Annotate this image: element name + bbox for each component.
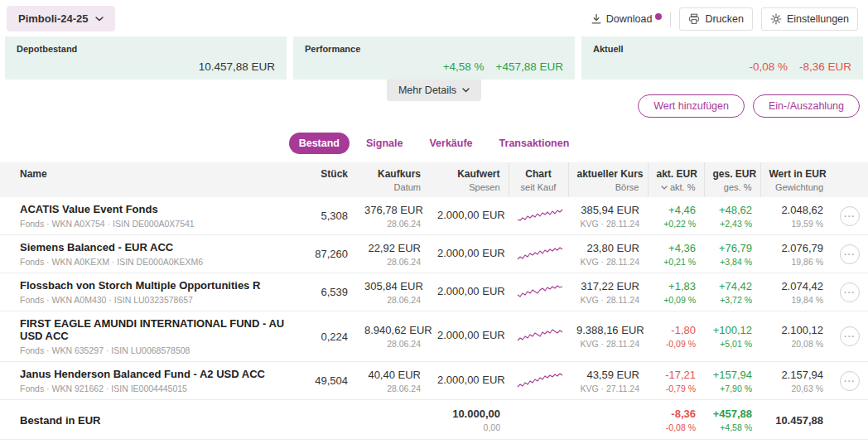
aktueller-kurs-value: 23,80 EUR — [576, 242, 639, 254]
header-name[interactable]: Name — [0, 162, 305, 197]
fund-name[interactable]: ACATIS Value Event Fonds — [20, 203, 297, 215]
header-chart[interactable]: Chartseit Kauf — [509, 162, 568, 197]
row-menu-button[interactable] — [840, 244, 860, 264]
ges-eur-value: +74,42 — [712, 280, 752, 292]
akt-eur-value: +1,83 — [656, 280, 696, 292]
sort-chevron-icon — [661, 186, 668, 190]
header-aktueller-kurs[interactable]: aktueller KursBörse — [568, 162, 648, 197]
header-wert[interactable]: Wert in EURGewichtung — [760, 162, 832, 197]
header-stueck[interactable]: Stück — [305, 162, 356, 197]
header-akt-eur[interactable]: akt. EUR akt. % — [648, 162, 704, 197]
boerse-value: KVG · 28.11.24 — [576, 339, 639, 349]
barbestand-row: Barbestand -0,00 — [0, 440, 868, 444]
tab-verkaeufe[interactable]: Verkäufe — [419, 133, 482, 154]
fund-name[interactable]: Janus Henderson Balanced Fund - A2 USD A… — [20, 368, 297, 380]
kauf-datum: 28.06.24 — [364, 339, 421, 349]
total-ges-pct: +4,58 % — [712, 422, 752, 432]
chevron-down-icon — [95, 17, 104, 22]
fund-name[interactable]: Flossbach von Storch Multiple Opportunit… — [20, 279, 297, 292]
ges-pct-value: +3,72 % — [712, 295, 752, 305]
download-icon — [591, 13, 602, 25]
performance-percent: +4,58 % — [443, 60, 485, 73]
settings-button[interactable]: Einstellungen — [761, 7, 858, 31]
performance-card: Performance +4,58 % +457,88 EUR — [293, 36, 575, 80]
aktuell-label: Aktuell — [593, 44, 851, 54]
aktuell-value: -8,36 EUR — [799, 60, 851, 73]
tab-bestand[interactable]: Bestand — [289, 133, 350, 154]
stueck-value: 0,224 — [313, 331, 348, 343]
holdings-table: Name Stück KaufkursDatum KaufwertSpesen … — [0, 162, 868, 444]
header-menu — [832, 162, 868, 197]
fund-name[interactable]: Siemens Balanced - EUR ACC — [20, 241, 297, 253]
depot-balance-value: 10.457,88 EUR — [199, 60, 275, 73]
total-ges-eur: +457,88 — [712, 408, 752, 420]
row-menu-button[interactable] — [840, 206, 860, 226]
akt-pct-value: +0,22 % — [656, 219, 696, 229]
wert-value: 2.074,42 — [769, 280, 823, 292]
portfolio-selector[interactable]: Pimboli-24-25 — [7, 6, 115, 31]
boerse-value: KVG · 28.11.24 — [576, 295, 639, 305]
kaufwert-value: 2.000,00 EUR — [437, 209, 500, 221]
total-wert: 10.457,88 — [769, 414, 823, 427]
gear-icon — [770, 13, 782, 25]
wert-value: 2.157,94 — [769, 369, 823, 381]
table-row: Siemens Balanced - EUR ACC Fonds · WKN A… — [0, 235, 868, 273]
aktueller-kurs-value: 317,22 EUR — [576, 280, 639, 292]
row-menu-button[interactable] — [840, 326, 860, 346]
fund-details: Fonds · WKN 635297 · ISIN LU0068578508 — [20, 345, 297, 355]
kaufwert-value: 2.000,00 EUR — [437, 247, 500, 259]
boerse-value: KVG · 28.11.24 — [576, 219, 639, 229]
stueck-value: 5,308 — [313, 210, 348, 222]
header-ges-eur[interactable]: ges. EURges. % — [704, 162, 760, 197]
portfolio-name: Pimboli-24-25 — [18, 12, 89, 25]
ges-eur-value: +157,94 — [712, 369, 752, 381]
wert-value: 2.048,62 — [769, 204, 823, 216]
tab-transaktionen[interactable]: Transaktionen — [489, 133, 580, 154]
kauf-datum: 28.06.24 — [364, 295, 421, 305]
header-kaufkurs[interactable]: KaufkursDatum — [356, 162, 429, 197]
top-bar: Pimboli-24-25 Download Drucken — [0, 0, 868, 36]
depot-balance-label: Depotbestand — [17, 44, 275, 54]
akt-pct-value: -0,79 % — [656, 384, 696, 393]
row-menu-button[interactable] — [840, 371, 860, 391]
fund-details: Fonds · WKN A0M430 · ISIN LU0323578657 — [20, 295, 297, 305]
total-kaufwert: 10.000,00 — [437, 408, 500, 420]
toolbar-divider — [670, 12, 671, 27]
akt-eur-value: +4,36 — [656, 242, 696, 254]
kaufkurs-value: 22,92 EUR — [364, 242, 421, 254]
akt-eur-value: -17,21 — [656, 369, 696, 381]
boerse-value: KVG · 28.11.24 — [576, 257, 639, 267]
mehr-details-button[interactable]: Mehr Details — [387, 80, 481, 101]
row-menu-button[interactable] — [840, 282, 860, 302]
kauf-datum: 28.06.24 — [364, 219, 421, 229]
table-row: Janus Henderson Balanced Fund - A2 USD A… — [0, 362, 868, 400]
ges-pct-value: +2,43 % — [712, 219, 752, 229]
print-button[interactable]: Drucken — [679, 7, 753, 31]
kaufwert-value: 2.000,00 EUR — [437, 285, 500, 297]
table-row: ACATIS Value Event Fonds Fonds · WKN A0X… — [0, 197, 868, 235]
mid-zone: Mehr Details Wert hinzufügen Ein-/Auszah… — [0, 80, 868, 131]
header-kaufwert[interactable]: KaufwertSpesen — [429, 162, 509, 197]
wert-value: 2.076,79 — [769, 242, 823, 254]
tab-signale[interactable]: Signale — [356, 133, 412, 154]
aktuell-card: Aktuell -0,08 % -8,36 EUR — [581, 36, 863, 80]
sparkline-chart — [517, 327, 563, 345]
sparkline-chart — [517, 372, 563, 390]
wert-hinzufuegen-button[interactable]: Wert hinzufügen — [638, 94, 745, 118]
download-button[interactable]: Download — [591, 13, 663, 25]
gewichtung-value: 19,84 % — [769, 295, 823, 305]
aktueller-kurs-value: 9.388,16 EUR — [576, 324, 639, 336]
aktuell-percent: -0,08 % — [749, 60, 788, 73]
kaufkurs-value: 305,84 EUR — [364, 280, 421, 292]
holdings-body: ACATIS Value Event Fonds Fonds · WKN A0X… — [0, 197, 868, 400]
kaufkurs-value: 8.940,62 EUR — [364, 324, 421, 336]
akt-eur-value: +4,46 — [656, 204, 696, 216]
performance-value: +457,88 EUR — [496, 60, 563, 73]
ges-pct-value: +3,84 % — [712, 257, 752, 267]
kaufkurs-value: 376,78 EUR — [364, 204, 421, 216]
stueck-value: 87,260 — [313, 248, 348, 260]
akt-eur-value: -1,80 — [656, 324, 696, 336]
ein-auszahlung-button[interactable]: Ein-/Auszahlung — [753, 94, 860, 118]
fund-name[interactable]: FIRST EAGLE AMUNDI INTERNATIONAL FUND - … — [20, 317, 297, 342]
total-akt-eur: -8,36 — [656, 408, 696, 420]
